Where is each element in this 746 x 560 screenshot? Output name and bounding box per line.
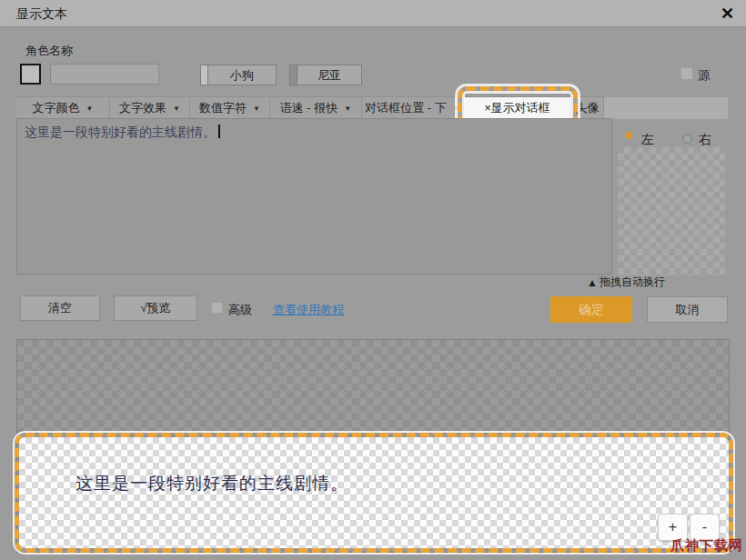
drag-wrap-hint-label: 拖拽自动换行 — [600, 275, 665, 290]
chevron-down-icon: ▼ — [344, 105, 351, 113]
avatar-right-label[interactable]: 右 — [699, 132, 711, 148]
character-name-input[interactable] — [50, 64, 159, 85]
text-caret — [218, 125, 220, 138]
tab-label: 头像 — [576, 100, 600, 116]
dropdown-label: 数值字符 — [199, 100, 247, 116]
source-checkbox[interactable] — [680, 67, 693, 80]
character-name-label: 角色名称 — [25, 43, 73, 59]
triangle-up-icon: ▲ — [587, 276, 598, 289]
dropdown-dialog-position[interactable]: 对话框位置 - 下 ▼ — [362, 96, 464, 119]
ok-button[interactable]: 确定 — [550, 296, 632, 323]
toggle-show-dialog-box[interactable]: ×显示对话框 — [464, 96, 571, 119]
dialog-box-preview[interactable]: 这里是一段特别好看的主线剧情。 — [15, 433, 733, 553]
avatar-right-radio[interactable] — [682, 134, 692, 144]
dropdown-text-color[interactable]: 文字颜色 ▼ — [16, 96, 110, 119]
story-text-editor[interactable]: 这里是一段特别好看的主线剧情。 — [16, 118, 612, 275]
source-checkbox-label: 源 — [698, 67, 710, 84]
character-color-strip — [201, 65, 208, 85]
character-color-strip — [290, 65, 297, 85]
dropdown-speech-speed[interactable]: 语速 - 很快 ▼ — [270, 96, 362, 119]
advanced-checkbox-label[interactable]: 高级 — [228, 302, 252, 318]
dialog-preview-text: 这里是一段特别好看的主线剧情。 — [76, 472, 348, 495]
advanced-checkbox[interactable] — [211, 302, 223, 314]
display-text-dialog: 显示文本 ✕ 角色名称 小狗 尼亚 源 文字颜色 ▼ 文字效果 ▼ 数值字符 ▼… — [0, 0, 746, 560]
chevron-down-icon: ▼ — [86, 105, 94, 113]
dropdown-numeric-char[interactable]: 数值字符 ▼ — [190, 96, 270, 119]
chevron-down-icon: ▼ — [253, 105, 260, 113]
avatar-tab[interactable]: 头像 — [571, 96, 604, 119]
preview-button[interactable]: √预览 — [114, 295, 197, 321]
avatar-left-label[interactable]: 左 — [641, 132, 654, 148]
drag-wrap-hint: ▲ 拖拽自动换行 — [587, 275, 665, 290]
chevron-down-icon: ▼ — [453, 105, 460, 113]
toggle-label: ×显示对话框 — [484, 100, 550, 116]
dropdown-text-effect[interactable]: 文字效果 ▼ — [110, 96, 190, 119]
avatar-left-radio[interactable] — [625, 132, 632, 139]
dialog-title: 显示文本 — [16, 6, 67, 23]
character-preset-button-1[interactable]: 小狗 — [200, 65, 277, 85]
character-preset-label: 小狗 — [208, 65, 276, 85]
close-icon[interactable]: ✕ — [721, 4, 734, 24]
clear-button[interactable]: 清空 — [20, 295, 100, 321]
dialog-box-background: 这里是一段特别好看的主线剧情。 — [19, 437, 729, 548]
tutorial-link[interactable]: 查看使用教程 — [273, 302, 344, 318]
character-preset-button-2[interactable]: 尼亚 — [289, 65, 362, 85]
character-preset-label: 尼亚 — [297, 65, 361, 85]
avatar-preview-area[interactable] — [618, 147, 725, 275]
dropdown-label: 文字效果 — [119, 100, 166, 116]
title-bar: 显示文本 ✕ — [0, 0, 746, 27]
toolbar-filler — [604, 96, 728, 119]
dropdown-label: 文字颜色 — [33, 100, 80, 116]
editor-text: 这里是一段特别好看的主线剧情。 — [25, 125, 216, 139]
chevron-down-icon: ▼ — [173, 105, 180, 113]
name-color-swatch[interactable] — [20, 64, 41, 85]
format-toolbar: 文字颜色 ▼ 文字效果 ▼ 数值字符 ▼ 语速 - 很快 ▼ 对话框位置 - 下… — [16, 96, 728, 119]
dropdown-label: 语速 - 很快 — [280, 100, 338, 116]
site-watermark: 爪神下载网 — [670, 537, 743, 555]
dropdown-label: 对话框位置 - 下 — [365, 100, 447, 116]
cancel-button[interactable]: 取消 — [647, 296, 728, 323]
